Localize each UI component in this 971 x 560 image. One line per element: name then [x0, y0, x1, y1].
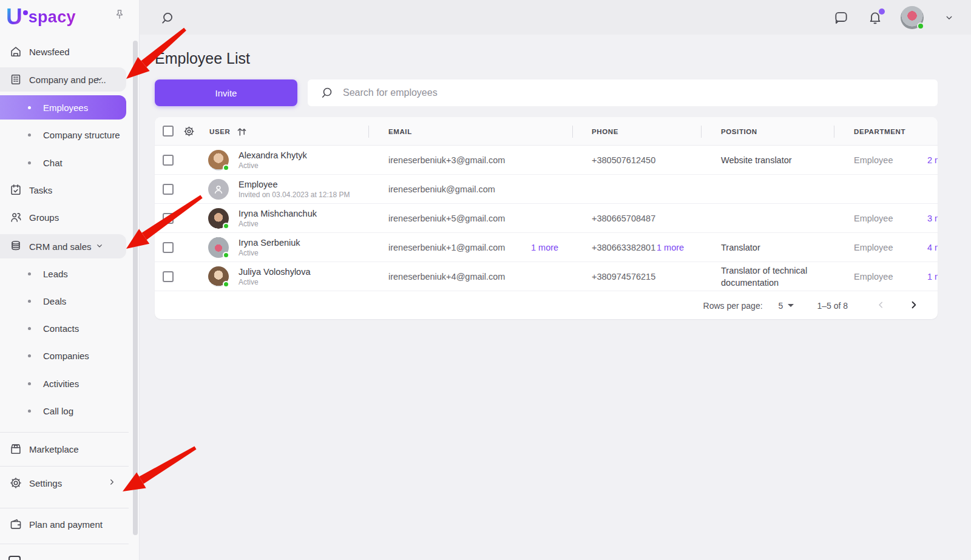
sidebar-item-label: Company structure: [43, 130, 120, 140]
next-page-icon[interactable]: [908, 299, 919, 312]
column-settings-gear-icon[interactable]: [183, 117, 195, 146]
table-pagination: Rows per page: 5 1–5 of 8: [155, 291, 938, 319]
sidebar-item-label: Chat: [43, 158, 63, 168]
employee-table: USER EMAIL PHONE POSITION DEPARTMENT Ale…: [155, 117, 938, 319]
online-status-dot: [223, 281, 229, 288]
row-checkbox[interactable]: [163, 184, 174, 195]
department-more-link[interactable]: 3 more: [927, 204, 938, 233]
table-row[interactable]: Iryna Serbeniuk Active ireneserbeniuk+1@…: [155, 233, 938, 262]
column-header-position[interactable]: POSITION: [721, 117, 757, 146]
sidebar-item-groups[interactable]: Groups: [0, 205, 140, 229]
user-avatar[interactable]: [901, 6, 924, 29]
sidebar-item-plan-and-payment[interactable]: Plan and payment: [0, 512, 140, 536]
logo-dot: [23, 10, 28, 15]
email-more-link[interactable]: 1 more: [531, 233, 558, 262]
department-more-link[interactable]: 4 more: [927, 233, 938, 262]
sidebar-item-deals[interactable]: Deals: [0, 289, 140, 313]
sidebar-item-activities[interactable]: Activities: [0, 371, 140, 396]
messages-icon[interactable]: [833, 9, 850, 26]
chevron-down-icon: [95, 74, 104, 86]
column-separator: [701, 126, 702, 138]
table-row[interactable]: Employee Invited on 03.04.2023 at 12:18 …: [155, 175, 938, 204]
employee-position: Translator of technical documentation: [721, 262, 836, 291]
department-more-link[interactable]: 2 more: [927, 146, 938, 175]
sidebar-item-label: Leads: [43, 269, 68, 279]
sidebar-item-companies[interactable]: Companies: [0, 343, 140, 368]
column-header-phone[interactable]: PHONE: [592, 117, 618, 146]
sidebar-divider: [0, 544, 129, 544]
logo-text: spacy: [29, 8, 76, 27]
pin-sidebar-icon[interactable]: [113, 8, 126, 23]
avatar: [208, 266, 229, 287]
phone-more-link[interactable]: 1 more: [657, 233, 684, 262]
uspacy-logo[interactable]: U spacy: [6, 5, 76, 29]
column-header-department[interactable]: DEPARTMENT: [854, 117, 905, 146]
sidebar-item-tasks[interactable]: Tasks: [0, 178, 140, 202]
sidebar-item-newsfeed[interactable]: Newsfeed: [0, 39, 140, 64]
sidebar-item-label: Newsfeed: [29, 47, 70, 57]
employee-name[interactable]: Iryna Serbeniuk: [239, 237, 300, 249]
employee-phone: +380665708487: [592, 204, 655, 233]
sidebar-item-crm-and-sales[interactable]: CRM and sales: [0, 234, 126, 258]
logo-u: U: [6, 5, 22, 29]
sidebar-divider: [0, 432, 129, 433]
partial-bottom-icon: [8, 556, 21, 560]
row-checkbox[interactable]: [163, 242, 174, 253]
table-row[interactable]: Iryna Mishchanchuk Active ireneserbeniuk…: [155, 204, 938, 233]
row-checkbox[interactable]: [163, 213, 174, 224]
employee-email: ireneserbeniuk+3@gmail.com: [388, 146, 505, 175]
sidebar-scrollbar[interactable]: [133, 41, 138, 535]
select-all-checkbox[interactable]: [163, 126, 174, 137]
sidebar-item-chat[interactable]: Chat: [0, 150, 140, 175]
employee-name[interactable]: Juliya Voloshylova: [239, 266, 311, 278]
employee-phone: +380663382801: [592, 233, 655, 262]
column-separator: [572, 126, 573, 138]
sidebar-item-contacts[interactable]: Contacts: [0, 316, 140, 340]
notification-badge: [879, 8, 885, 15]
bullet-icon: [28, 106, 31, 109]
online-status-dot: [917, 22, 924, 30]
employee-email: ireneserbeniuk+1@gmail.com: [388, 233, 505, 262]
invite-button[interactable]: Invite: [155, 79, 297, 106]
employee-name[interactable]: Employee: [239, 179, 350, 191]
database-icon: [8, 240, 23, 253]
table-row[interactable]: Alexandra Khytyk Active ireneserbeniuk+3…: [155, 146, 938, 175]
sidebar-item-company-structure[interactable]: Company structure: [0, 123, 140, 147]
employee-name[interactable]: Iryna Mishchanchuk: [239, 208, 317, 220]
search-input[interactable]: [343, 87, 889, 98]
column-separator: [368, 126, 369, 138]
sidebar-item-label: Plan and payment: [29, 519, 103, 530]
employee-phone: +380974576215: [592, 262, 655, 291]
sidebar-item-leads[interactable]: Leads: [0, 261, 140, 286]
sidebar-item-label: CRM and sales: [29, 241, 92, 252]
sidebar-item-label: Contacts: [43, 323, 79, 334]
global-search-icon[interactable]: [159, 10, 176, 27]
previous-page-icon[interactable]: [876, 300, 886, 312]
notifications-bell-icon[interactable]: [867, 9, 884, 26]
column-header-email[interactable]: EMAIL: [388, 117, 412, 146]
sidebar-item-marketplace[interactable]: Marketplace: [0, 437, 140, 461]
sidebar-divider: [0, 508, 129, 508]
sidebar-divider: [0, 466, 129, 467]
sidebar-item-label: Companies: [43, 351, 89, 361]
sort-icon[interactable]: [235, 117, 249, 146]
caret-down-icon: [788, 304, 794, 307]
column-header-user[interactable]: USER: [209, 117, 230, 146]
bullet-icon: [28, 272, 31, 275]
sidebar-item-company-and-people[interactable]: Company and pe...: [0, 67, 126, 92]
bullet-icon: [28, 382, 31, 385]
building-icon: [8, 73, 23, 86]
rows-per-page-select[interactable]: 5: [779, 301, 794, 311]
department-more-link[interactable]: 1 more: [927, 262, 938, 291]
sidebar-item-employees[interactable]: Employees: [0, 95, 126, 120]
chevron-right-icon: [107, 477, 117, 488]
employee-name[interactable]: Alexandra Khytyk: [239, 150, 307, 161]
search-icon: [320, 86, 334, 100]
profile-chevron-down-icon[interactable]: [941, 9, 958, 26]
row-checkbox[interactable]: [163, 155, 174, 166]
sidebar-item-settings[interactable]: Settings: [0, 471, 140, 495]
table-row[interactable]: Juliya Voloshylova Active ireneserbeniuk…: [155, 262, 938, 291]
row-checkbox[interactable]: [163, 271, 174, 282]
bullet-icon: [28, 133, 31, 137]
sidebar-item-call-log[interactable]: Call log: [0, 399, 140, 423]
